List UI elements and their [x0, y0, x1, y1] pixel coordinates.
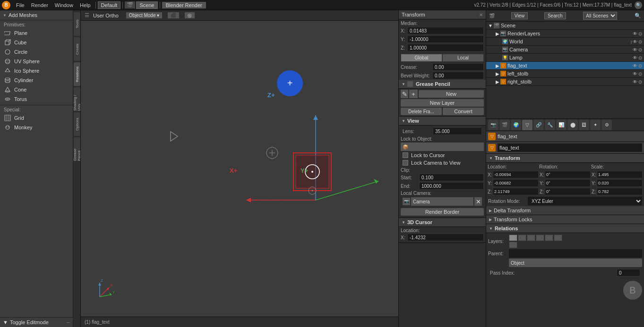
rightstolb-cursor-out[interactable]: ⊙ [638, 79, 642, 84]
scale-x-field[interactable]: 1.495 [597, 171, 643, 178]
layer-btn-7[interactable] [509, 242, 517, 248]
primitive-monkey[interactable]: Monkey [0, 123, 73, 132]
loc-x-field[interactable]: -0.00694 [493, 171, 539, 178]
prop-icon-modifier[interactable]: 🔧 [545, 120, 555, 130]
prop-icon-data[interactable]: 📊 [556, 120, 567, 130]
primitive-plane[interactable]: Plane [0, 28, 73, 38]
obj-transform-header[interactable]: ▼ Transform [486, 154, 644, 163]
world-eye[interactable]: 👁 [633, 39, 637, 44]
camera-cursor-out[interactable]: ⊙ [638, 47, 642, 52]
prop-icon-object[interactable]: ▽ [522, 120, 532, 130]
local-btn[interactable]: Local [442, 54, 484, 62]
tab-relations[interactable]: Relations [74, 62, 80, 86]
tab-options[interactable]: Options [74, 112, 80, 136]
lamp-cursor-out[interactable]: ⊙ [638, 55, 642, 60]
gp-add-btn[interactable]: + [409, 90, 418, 98]
grease-pencil-header[interactable]: ▼ Grease Pencil [399, 80, 486, 89]
prop-icon-render[interactable]: 📷 [488, 120, 498, 130]
prop-icon-physics[interactable]: ⚙ [601, 120, 612, 130]
outliner-item-world[interactable]: 🌍 World | 👁 ⊙ [486, 38, 644, 46]
clip-start-field[interactable]: 0.100 [419, 174, 484, 181]
bevel-field[interactable]: 0.00 [432, 72, 484, 79]
primitive-torus[interactable]: Torus [0, 94, 73, 104]
layer-btn-3[interactable] [527, 235, 535, 241]
gp-new-layer-btn[interactable]: New Layer [401, 99, 484, 107]
tab-create[interactable]: Create [74, 37, 80, 61]
viewport-shading-btn[interactable]: ⬛ [168, 12, 179, 18]
rot-z-field[interactable]: 0° [545, 188, 591, 195]
tab-tools[interactable]: Tools [74, 12, 80, 36]
rot-x-field[interactable]: 0° [545, 171, 591, 178]
primitive-circle[interactable]: Circle [0, 47, 73, 57]
rl-eye[interactable]: 👁 [633, 31, 637, 36]
layer-btn-6[interactable] [554, 235, 562, 241]
tab-grease-pencil[interactable]: Grease Pencil [74, 137, 80, 161]
layer-btn-4[interactable] [536, 235, 544, 241]
tab-shading-uvs[interactable]: Shading / UVs [74, 87, 80, 111]
median-y-field[interactable]: -1.00000 [407, 35, 484, 43]
camera-eye[interactable]: 👁 [633, 47, 637, 52]
cursor-header[interactable]: ▼ 3D Cursor [399, 218, 486, 227]
menu-window[interactable]: Window [52, 2, 76, 8]
outliner-item-camera[interactable]: 📷 Camera 👁 ⊙ [486, 46, 644, 54]
menu-file[interactable]: File [13, 2, 27, 8]
loc-z-field[interactable]: 2.11749 [493, 188, 539, 195]
lens-field[interactable]: 35.000 [433, 127, 482, 135]
rightstolb-eye[interactable]: 👁 [633, 79, 637, 84]
cursor-x-field[interactable]: -1.4232 [407, 234, 484, 241]
primitive-grid[interactable]: Grid [0, 113, 73, 123]
lock-object-input[interactable]: 📦 [401, 143, 484, 151]
prop-icon-texture[interactable]: 🖼 [579, 120, 589, 130]
render-border-btn[interactable]: Render Border [401, 208, 484, 216]
gp-delete-frame-btn[interactable]: Delete Fra... [401, 108, 442, 115]
viewport-pivot-btn[interactable]: ◎ [185, 12, 195, 18]
rl-cursor[interactable]: ⊙ [638, 31, 642, 36]
scene-input[interactable]: Scene [136, 1, 157, 9]
lock-camera-checkbox[interactable] [403, 160, 408, 166]
prop-icon-particles[interactable]: ✦ [590, 120, 601, 130]
prop-icon-constraint[interactable]: 🔗 [533, 120, 544, 130]
layer-btn-5[interactable] [545, 235, 553, 241]
relations-header[interactable]: ▼ Relations [486, 224, 644, 233]
toggle-editmode-btn[interactable]: ▼ Toggle Editmode ─ [0, 317, 73, 327]
primitive-cylinder[interactable]: Cylinder [0, 75, 73, 85]
outliner-search-icon[interactable]: 🔍 [635, 13, 641, 19]
gp-checkbox[interactable] [407, 81, 413, 87]
delta-transform-header[interactable]: ▶ Delta Transform [486, 206, 644, 215]
gp-new-btn[interactable]: New [419, 90, 484, 98]
menu-render[interactable]: Render [28, 2, 51, 8]
parent-type-btn[interactable]: Object [509, 259, 642, 267]
outliner-item-flagtext[interactable]: ▶ ▽ flag_text 👁 ⊙ [486, 62, 644, 70]
primitive-uvsphere[interactable]: UV Sphere [0, 57, 73, 66]
median-z-field[interactable]: 1.00000 [407, 44, 484, 51]
rotation-mode-select[interactable]: XYZ Euler [528, 197, 642, 205]
layout-selector[interactable]: Default [98, 1, 121, 9]
prop-icon-material[interactable]: ⬤ [567, 120, 578, 130]
prop-icon-scene[interactable]: 🎬 [499, 120, 510, 130]
pass-index-field[interactable]: 0 [617, 269, 640, 277]
outliner-view-btn[interactable]: View [511, 12, 528, 19]
viewport-mode-btn[interactable]: Object Mode ▾ [126, 12, 162, 18]
median-x-field[interactable]: 0.01483 [407, 27, 484, 34]
outliner-item-rightstolb[interactable]: ▶ ▽ right_stolb 👁 ⊙ [486, 78, 644, 86]
lamp-eye[interactable]: 👁 [633, 55, 637, 60]
outliner-item-renderlayers[interactable]: ▶ 📷 RenderLayers 👁 ⊙ [486, 30, 644, 38]
outliner-item-lamp[interactable]: 💡 Lamp 👁 ⊙ [486, 54, 644, 62]
obj-name-input[interactable] [498, 143, 642, 152]
clip-end-field[interactable]: 1000.000 [419, 182, 484, 190]
viewport-canvas[interactable]: + Z+ X+ Y+ X Y Z [81, 21, 398, 317]
flagtext-cursor-out[interactable]: ⊙ [638, 63, 642, 68]
leftstolb-cursor-out[interactable]: ⊙ [638, 71, 642, 76]
scale-y-field[interactable]: 0.020 [597, 179, 643, 187]
layer-btn-2[interactable] [518, 235, 526, 241]
viewport-menu-icon[interactable]: ☰ [85, 12, 89, 18]
camera-input[interactable]: Camera [411, 197, 473, 206]
view-header[interactable]: ▼ View [399, 117, 486, 126]
primitive-cone[interactable]: Cone [0, 85, 73, 94]
outliner-item-leftstolb[interactable]: ▶ ▽ left_stolb 👁 ⊙ [486, 70, 644, 78]
primitive-icosphere[interactable]: Ico Sphere [0, 66, 73, 75]
loc-y-field[interactable]: -0.00682 [493, 179, 539, 187]
leftstolb-eye[interactable]: 👁 [633, 71, 637, 76]
layer-btn-1[interactable] [509, 235, 517, 241]
flagtext-eye[interactable]: 👁 [633, 63, 637, 68]
